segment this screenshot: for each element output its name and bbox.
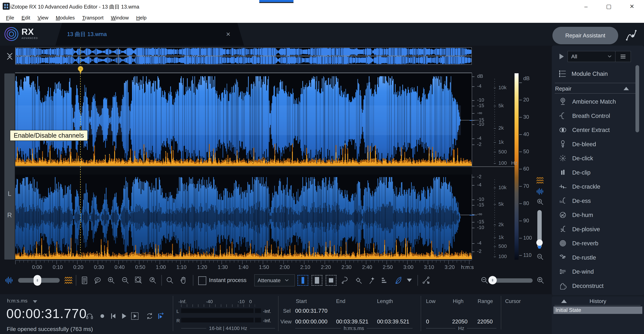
module-item-de-wind[interactable]: De-wind	[552, 264, 637, 279]
zoom-in-time-icon[interactable]	[107, 276, 116, 285]
time-selection-tool[interactable]	[298, 275, 308, 286]
time-format-label[interactable]: h:m:s.ms	[7, 298, 28, 304]
waveform-view-icon[interactable]	[536, 188, 544, 196]
menu-view[interactable]: View	[34, 15, 52, 20]
module-item-de-click[interactable]: De-click	[552, 151, 637, 166]
file-tab[interactable]: 13 曲目 13.wma ✕	[55, 23, 244, 46]
waveform-mix-icon[interactable]	[5, 276, 14, 285]
session-notes-icon[interactable]	[80, 276, 89, 285]
loop-button[interactable]	[145, 312, 154, 320]
module-item-de-crackle[interactable]: De-crackle	[552, 180, 637, 194]
spectrogram-mix-icon[interactable]	[64, 276, 73, 285]
repair-section-header[interactable]: Repair	[555, 86, 572, 92]
close-button[interactable]: ✕	[622, 0, 642, 13]
rewind-button[interactable]	[109, 312, 118, 320]
channel-label-left[interactable]: L	[4, 190, 15, 197]
module-menu-button[interactable]	[616, 51, 631, 62]
sel-start-value[interactable]: 00:00:31.770	[295, 308, 328, 314]
zoom-out-vertical-icon[interactable]	[536, 253, 544, 261]
overview-playhead	[80, 48, 81, 64]
view-end-value[interactable]: 00:03:39.521	[336, 318, 368, 325]
zoom-out-slider-icon[interactable]	[480, 276, 489, 285]
spectrogram-right-channel[interactable]	[15, 174, 472, 260]
module-filter-select[interactable]: All	[568, 51, 616, 62]
maximize-button[interactable]: ▢	[599, 0, 619, 13]
module-play-icon[interactable]	[560, 54, 564, 59]
low-value[interactable]: 0	[426, 318, 429, 325]
zoom-in-vertical-icon[interactable]	[536, 198, 544, 206]
view-start-value[interactable]: 00:00:00.000	[295, 318, 328, 325]
module-item-deconstruct[interactable]: Deconstruct	[552, 279, 637, 293]
magic-wand-tool-icon[interactable]	[368, 276, 376, 285]
overview-waveform-canvas[interactable]	[16, 48, 472, 64]
monitor-icon[interactable]	[85, 312, 94, 320]
minimize-button[interactable]: –	[576, 0, 596, 13]
timeline-ruler[interactable]: 0:000:100:200:300:400:501:001:101:201:30…	[15, 260, 514, 270]
module-item-ambience-match[interactable]: Ambience Match	[552, 94, 637, 109]
playhead-time-display[interactable]: 00:00:31.770	[6, 306, 87, 321]
module-item-de-clip[interactable]: De-clip	[552, 166, 637, 180]
module-chain-item[interactable]: Module Chain	[552, 68, 637, 80]
timeline-label: 1:20	[197, 264, 207, 270]
crackle-icon	[558, 182, 567, 191]
vertical-zoom-knob[interactable]	[536, 240, 543, 246]
menu-modules[interactable]: Modules	[52, 15, 78, 20]
module-item-de-ess[interactable]: Ss De-ess	[552, 194, 637, 208]
module-item-de-plosive[interactable]: De-plosive	[552, 222, 637, 236]
menu-help[interactable]: Help	[132, 15, 150, 20]
puzzle-icon	[558, 282, 567, 290]
spectrogram-left-channel[interactable]	[15, 74, 472, 166]
magnify-tool-icon[interactable]	[165, 276, 174, 285]
module-item-center-extract[interactable]: Center Extract	[552, 123, 637, 137]
menu-edit[interactable]: Edit	[18, 15, 34, 20]
time-freq-selection-tool[interactable]	[312, 275, 322, 286]
zoom-in-slider-icon[interactable]	[536, 276, 545, 285]
module-item-de-hum[interactable]: De-hum	[552, 208, 637, 222]
overview-collapse-control[interactable]	[6, 49, 14, 64]
lasso-tool-icon[interactable]	[340, 276, 349, 285]
playhead-line[interactable]	[80, 73, 81, 260]
curve-tool-icon[interactable]	[422, 276, 430, 285]
range-value[interactable]: 22050	[477, 318, 493, 325]
play-button[interactable]	[120, 312, 128, 320]
grab-tool-icon[interactable]	[179, 276, 188, 285]
zoom-selection-icon[interactable]	[134, 276, 143, 285]
tab-close-icon[interactable]: ✕	[226, 31, 231, 38]
freq-selection-tool[interactable]	[326, 275, 336, 286]
spectrogram-view-icon[interactable]	[536, 176, 544, 184]
module-item-de-rustle[interactable]: De-rustle	[552, 250, 637, 265]
channel-label-right[interactable]: R	[4, 212, 15, 219]
eraser-tool-icon[interactable]	[354, 276, 363, 285]
menu-file[interactable]: File	[2, 15, 18, 20]
time-format-dropdown-icon[interactable]	[33, 300, 37, 303]
waveform-overview[interactable]	[15, 47, 472, 65]
history-item-selected[interactable]: Initial State	[554, 306, 642, 314]
module-list-scrollbar[interactable]	[636, 65, 639, 132]
module-item-de-reverb[interactable]: De-reverb	[552, 236, 637, 250]
high-value[interactable]: 22050	[452, 318, 468, 325]
comments-icon[interactable]	[93, 276, 102, 285]
play-to-end-button[interactable]	[157, 312, 166, 320]
menu-transport[interactable]: Transport	[78, 15, 107, 20]
wave-spect-blend-knob[interactable]	[34, 275, 41, 286]
process-mode-select[interactable]: Attenuate	[254, 274, 295, 286]
brush-tool-icon[interactable]	[394, 276, 403, 285]
signal-flow-icon[interactable]	[624, 28, 640, 44]
brush-dropdown-icon[interactable]	[407, 279, 412, 282]
zoom-out-time-icon[interactable]	[121, 276, 130, 285]
repair-assistant-button[interactable]: Repair Assistant	[552, 27, 618, 44]
view-length-value[interactable]: 00:03:39.521	[377, 318, 410, 325]
collapse-triangle-icon[interactable]	[624, 87, 629, 90]
zoom-fit-icon[interactable]	[148, 276, 157, 285]
gain-tool-icon[interactable]	[380, 276, 389, 285]
horizontal-zoom-knob[interactable]	[488, 276, 497, 284]
module-item-breath-control[interactable]: Breath Control	[552, 109, 637, 123]
amp-label: -15	[477, 202, 484, 208]
playhead-marker[interactable]	[76, 66, 84, 74]
play-selection-button[interactable]	[130, 312, 139, 320]
menu-window[interactable]: Window	[107, 15, 132, 20]
instant-process-checkbox[interactable]	[198, 276, 206, 285]
record-button[interactable]	[98, 312, 107, 320]
channel-gutter[interactable]: L R	[4, 74, 15, 260]
module-item-de-bleed[interactable]: De-bleed	[552, 137, 637, 152]
